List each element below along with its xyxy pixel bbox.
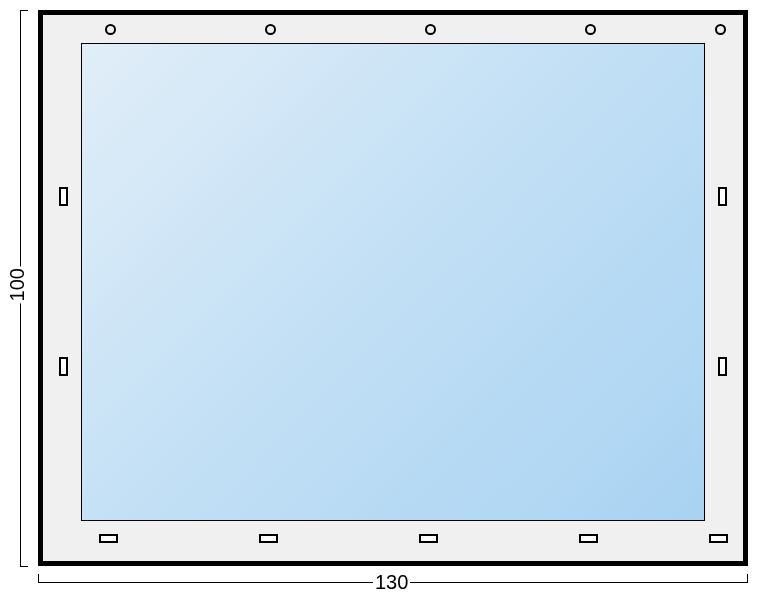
outer-frame — [38, 10, 748, 566]
rectangle-icon — [419, 534, 438, 543]
rectangle-icon — [579, 534, 598, 543]
glass-pane — [81, 43, 705, 521]
dimension-tick — [20, 10, 28, 11]
rectangle-icon — [718, 357, 727, 376]
rectangle-icon — [59, 357, 68, 376]
dimension-width-label: 130 — [373, 571, 410, 594]
circle-icon — [715, 24, 726, 35]
dimension-tick — [20, 566, 28, 567]
rectangle-icon — [99, 534, 118, 543]
circle-icon — [265, 24, 276, 35]
dimension-height-label: 100 — [6, 266, 29, 303]
rectangle-icon — [259, 534, 278, 543]
dimension-tick — [38, 574, 39, 582]
dimension-tick — [747, 574, 748, 582]
rectangle-icon — [718, 187, 727, 206]
circle-icon — [425, 24, 436, 35]
diagram-canvas: 100 130 — [0, 0, 757, 599]
circle-icon — [105, 24, 116, 35]
rectangle-icon — [59, 187, 68, 206]
rectangle-icon — [709, 534, 728, 543]
circle-icon — [585, 24, 596, 35]
